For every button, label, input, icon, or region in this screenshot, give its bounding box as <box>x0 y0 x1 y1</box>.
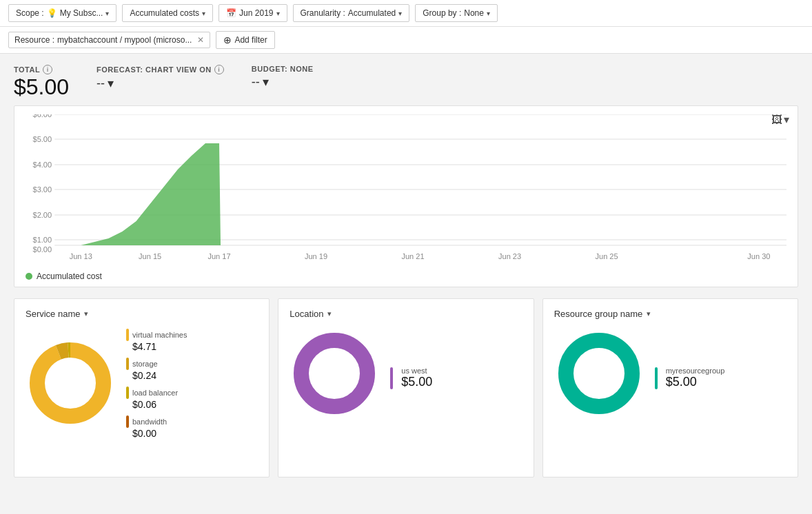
legend-swatch <box>126 358 129 370</box>
groupby-label: Group by : <box>423 8 461 18</box>
costs-button[interactable]: Accumulated costs ▾ <box>122 4 213 22</box>
svg-text:Jun 23: Jun 23 <box>498 252 521 260</box>
donut-segment-0 <box>37 350 103 416</box>
granularity-value: Accumulated <box>348 8 396 18</box>
chart-legend: Accumulated cost <box>26 271 786 281</box>
legend-amount: $0.06 <box>132 399 187 410</box>
card-body-location: us west $5.00 <box>290 329 522 420</box>
single-swatch <box>390 367 393 389</box>
calendar-icon: 📅 <box>226 8 236 18</box>
chevron-down-icon: ▾ <box>487 10 490 17</box>
legend-color-label: bandwidth <box>126 415 187 428</box>
legend-amount: $4.71 <box>132 341 187 352</box>
total-label: TOTAL i <box>14 65 69 74</box>
svg-text:$2.00: $2.00 <box>33 211 52 219</box>
svg-text:Jun 15: Jun 15 <box>139 252 161 260</box>
single-legend-amount: $5.00 <box>666 375 725 389</box>
card-header-resource-group[interactable]: Resource group name ▾ <box>554 309 786 319</box>
legend-color-label: storage <box>126 358 187 370</box>
svg-text:$3.00: $3.00 <box>33 185 52 194</box>
legend-swatch <box>126 329 129 341</box>
total-value: $5.00 <box>14 74 69 100</box>
chevron-down-icon: ▾ <box>105 10 109 17</box>
chart-area-fill <box>81 143 221 245</box>
total-info-icon[interactable]: i <box>43 65 52 74</box>
forecast-summary: FORECAST: CHART VIEW ON i -- ▾ <box>97 65 224 91</box>
svg-text:$6.00: $6.00 <box>33 114 52 119</box>
scope-icon: 💡 <box>47 8 57 18</box>
svg-text:$1.00: $1.00 <box>33 236 52 244</box>
resource-filter-value: mybatchaccount / mypool (microso... <box>57 35 192 45</box>
chevron-down-icon: ▾ <box>647 309 651 318</box>
forecast-value: -- ▾ <box>97 76 224 91</box>
forecast-label: FORECAST: CHART VIEW ON i <box>97 65 224 74</box>
resource-filter-label: Resource : <box>14 35 54 45</box>
legend-swatch <box>126 415 129 428</box>
chevron-down-icon: ▾ <box>84 309 88 318</box>
donut-service-name <box>26 338 115 430</box>
legend-label-accumulated: Accumulated cost <box>37 271 102 281</box>
single-legend-content: myresourcegroup $5.00 <box>666 367 725 389</box>
legend-amount: $0.00 <box>132 428 187 439</box>
legend-swatch <box>126 387 129 399</box>
scope-button[interactable]: Scope : 💡 My Subsc... ▾ <box>8 4 116 22</box>
donut-resource-group <box>554 329 644 420</box>
legend-item-0: virtual machines $4.71 <box>126 329 187 352</box>
card-header-service-name[interactable]: Service name ▾ <box>26 309 258 319</box>
chevron-down-icon: ▾ <box>108 76 114 91</box>
legend-dot-accumulated <box>26 273 32 280</box>
card-body-service-name: virtual machines $4.71 storage $0.24 loa… <box>26 329 258 439</box>
single-legend-amount: $5.00 <box>401 375 432 389</box>
card-location: Location ▾ us west $5.00 <box>278 298 534 477</box>
single-legend-name: us west <box>401 367 432 375</box>
resource-filter-chip[interactable]: Resource : mybatchaccount / mypool (micr… <box>8 32 210 48</box>
chart-svg: $6.00 $5.00 $4.00 $3.00 $2.00 $1.00 $0.0… <box>26 114 786 266</box>
svg-text:$5.00: $5.00 <box>33 135 52 143</box>
total-summary: TOTAL i $5.00 <box>14 65 69 100</box>
summary-row: TOTAL i $5.00 FORECAST: CHART VIEW ON i … <box>14 65 798 100</box>
legend-item-2: load balancer $0.06 <box>126 387 187 410</box>
chevron-down-icon: ▾ <box>398 10 402 17</box>
donut-svg-service-name <box>26 338 115 428</box>
legend-location: us west $5.00 <box>390 360 432 389</box>
date-value: Jun 2019 <box>239 8 273 18</box>
single-swatch <box>655 367 658 389</box>
svg-text:Jun 19: Jun 19 <box>305 252 327 260</box>
scope-label: Scope : <box>16 8 44 18</box>
legend-name: load balancer <box>132 389 178 397</box>
add-filter-button[interactable]: ⊕ Add filter <box>216 31 274 49</box>
close-icon[interactable]: ✕ <box>197 35 204 45</box>
donut-full-circle <box>301 340 367 407</box>
donut-location <box>290 329 379 420</box>
single-value-wrap-location: us west $5.00 <box>390 367 432 389</box>
svg-text:$4.00: $4.00 <box>33 161 52 169</box>
legend-name: bandwidth <box>132 418 167 426</box>
legend-name: storage <box>132 360 158 368</box>
svg-text:Jun 17: Jun 17 <box>207 252 230 260</box>
donut-full-circle <box>566 340 632 407</box>
chart-container: 🖼 ▾ $6.00 $5.00 $4.00 $3.00 $2.00 $1.00 <box>14 105 798 287</box>
single-legend-content: us west $5.00 <box>401 367 432 389</box>
budget-label: BUDGET: NONE <box>252 65 314 73</box>
chevron-down-icon: ▾ <box>276 10 280 17</box>
svg-text:Jun 21: Jun 21 <box>401 252 424 260</box>
add-filter-label: Add filter <box>234 35 267 45</box>
date-button[interactable]: 📅 Jun 2019 ▾ <box>219 4 287 22</box>
legend-color-label: load balancer <box>126 387 187 399</box>
card-header-location[interactable]: Location ▾ <box>290 309 522 319</box>
legend-item-1: storage $0.24 <box>126 358 187 381</box>
main-content: TOTAL i $5.00 FORECAST: CHART VIEW ON i … <box>0 54 812 489</box>
toolbar-row2: Resource : mybatchaccount / mypool (micr… <box>0 27 812 54</box>
single-value-wrap-resource-group: myresourcegroup $5.00 <box>655 367 725 389</box>
granularity-button[interactable]: Granularity : Accumulated ▾ <box>293 4 410 22</box>
legend-service-name: virtual machines $4.71 storage $0.24 loa… <box>126 329 187 439</box>
groupby-button[interactable]: Group by : None ▾ <box>415 4 498 22</box>
card-body-resource-group: myresourcegroup $5.00 <box>554 329 786 420</box>
card-title-location: Location <box>290 309 323 319</box>
donut-svg-location <box>290 329 379 418</box>
forecast-info-icon[interactable]: i <box>214 65 224 74</box>
legend-amount: $0.24 <box>132 370 187 381</box>
add-icon: ⊕ <box>223 34 232 45</box>
chart-area: $6.00 $5.00 $4.00 $3.00 $2.00 $1.00 $0.0… <box>26 114 786 266</box>
costs-label: Accumulated costs <box>130 8 199 18</box>
